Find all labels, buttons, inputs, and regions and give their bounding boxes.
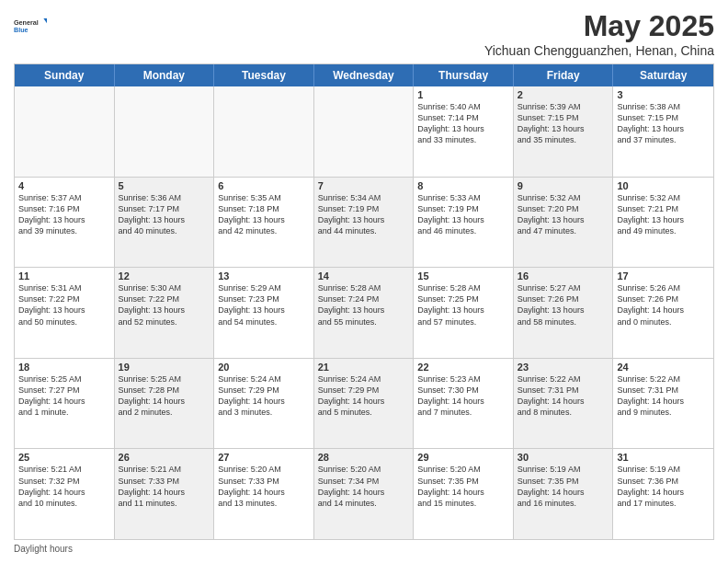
cell-text: Sunrise: 5:21 AM Sunset: 7:33 PM Dayligh…	[119, 464, 210, 509]
day-number: 22	[417, 362, 509, 373]
cell-text: Sunrise: 5:21 AM Sunset: 7:32 PM Dayligh…	[18, 464, 110, 509]
cal-cell: 1Sunrise: 5:40 AM Sunset: 7:14 PM Daylig…	[414, 86, 514, 177]
cal-cell: 31Sunrise: 5:19 AM Sunset: 7:36 PM Dayli…	[613, 449, 713, 539]
day-number: 24	[617, 362, 710, 373]
cal-row: 1Sunrise: 5:40 AM Sunset: 7:14 PM Daylig…	[15, 86, 713, 178]
cell-text: Sunrise: 5:36 AM Sunset: 7:17 PM Dayligh…	[119, 192, 210, 237]
cell-text: Sunrise: 5:35 AM Sunset: 7:18 PM Dayligh…	[218, 192, 310, 237]
cal-header-cell: Thursday	[414, 64, 514, 86]
cal-cell: 8Sunrise: 5:33 AM Sunset: 7:19 PM Daylig…	[414, 178, 514, 268]
cal-cell	[214, 86, 314, 177]
day-number: 25	[18, 452, 110, 463]
cell-text: Sunrise: 5:20 AM Sunset: 7:35 PM Dayligh…	[417, 464, 509, 509]
cell-text: Sunrise: 5:32 AM Sunset: 7:21 PM Dayligh…	[617, 192, 710, 237]
logo: General Blue	[14, 9, 47, 42]
cal-cell: 10Sunrise: 5:32 AM Sunset: 7:21 PM Dayli…	[613, 178, 713, 268]
cal-cell: 20Sunrise: 5:24 AM Sunset: 7:29 PM Dayli…	[214, 359, 314, 449]
footer: Daylight hours	[14, 544, 714, 554]
cell-text: Sunrise: 5:39 AM Sunset: 7:15 PM Dayligh…	[518, 101, 609, 146]
cell-text: Sunrise: 5:24 AM Sunset: 7:29 PM Dayligh…	[218, 373, 310, 419]
day-number: 27	[218, 452, 310, 463]
calendar-body: 1Sunrise: 5:40 AM Sunset: 7:14 PM Daylig…	[15, 86, 713, 539]
cal-cell: 5Sunrise: 5:36 AM Sunset: 7:17 PM Daylig…	[115, 178, 215, 268]
day-number: 6	[218, 180, 310, 191]
cal-cell: 14Sunrise: 5:28 AM Sunset: 7:24 PM Dayli…	[314, 268, 415, 358]
day-number: 19	[119, 362, 210, 373]
cal-cell: 21Sunrise: 5:24 AM Sunset: 7:29 PM Dayli…	[314, 359, 415, 449]
cal-cell: 30Sunrise: 5:19 AM Sunset: 7:35 PM Dayli…	[514, 449, 614, 539]
cell-text: Sunrise: 5:40 AM Sunset: 7:14 PM Dayligh…	[417, 101, 509, 146]
cal-header-cell: Saturday	[613, 64, 713, 86]
day-number: 4	[18, 180, 110, 191]
day-number: 11	[18, 270, 110, 282]
cell-text: Sunrise: 5:26 AM Sunset: 7:26 PM Dayligh…	[617, 282, 710, 327]
logo-svg: General Blue	[14, 9, 47, 42]
day-number: 16	[518, 270, 609, 282]
cal-cell: 3Sunrise: 5:38 AM Sunset: 7:15 PM Daylig…	[613, 86, 713, 177]
cell-text: Sunrise: 5:30 AM Sunset: 7:22 PM Dayligh…	[119, 282, 210, 327]
day-number: 21	[318, 362, 410, 373]
cal-row: 18Sunrise: 5:25 AM Sunset: 7:27 PM Dayli…	[15, 359, 713, 450]
cal-cell: 25Sunrise: 5:21 AM Sunset: 7:32 PM Dayli…	[15, 449, 115, 539]
cal-cell: 28Sunrise: 5:20 AM Sunset: 7:34 PM Dayli…	[314, 449, 415, 539]
cal-header-cell: Monday	[115, 64, 215, 86]
cal-cell: 18Sunrise: 5:25 AM Sunset: 7:27 PM Dayli…	[15, 359, 115, 449]
day-number: 15	[417, 270, 509, 282]
cal-cell: 7Sunrise: 5:34 AM Sunset: 7:19 PM Daylig…	[314, 178, 415, 268]
cal-cell: 2Sunrise: 5:39 AM Sunset: 7:15 PM Daylig…	[514, 86, 614, 177]
svg-marker-2	[43, 18, 47, 23]
cal-header-cell: Tuesday	[214, 64, 314, 86]
cal-cell: 24Sunrise: 5:22 AM Sunset: 7:31 PM Dayli…	[613, 359, 713, 449]
cal-cell: 19Sunrise: 5:25 AM Sunset: 7:28 PM Dayli…	[115, 359, 215, 449]
cal-cell: 23Sunrise: 5:22 AM Sunset: 7:31 PM Dayli…	[514, 359, 614, 449]
subtitle: Yichuan Chengguanzhen, Henan, China	[484, 43, 714, 58]
day-number: 13	[218, 270, 310, 282]
cal-cell: 26Sunrise: 5:21 AM Sunset: 7:33 PM Dayli…	[115, 449, 215, 539]
cell-text: Sunrise: 5:20 AM Sunset: 7:33 PM Dayligh…	[218, 464, 310, 509]
cal-header-cell: Friday	[514, 64, 614, 86]
cal-row: 4Sunrise: 5:37 AM Sunset: 7:16 PM Daylig…	[15, 178, 713, 269]
cell-text: Sunrise: 5:32 AM Sunset: 7:20 PM Dayligh…	[518, 192, 609, 237]
cal-cell: 17Sunrise: 5:26 AM Sunset: 7:26 PM Dayli…	[613, 268, 713, 358]
cal-cell: 27Sunrise: 5:20 AM Sunset: 7:33 PM Dayli…	[214, 449, 314, 539]
cell-text: Sunrise: 5:20 AM Sunset: 7:34 PM Dayligh…	[318, 464, 410, 509]
svg-text:Blue: Blue	[14, 26, 28, 34]
cal-header-cell: Wednesday	[314, 64, 415, 86]
cell-text: Sunrise: 5:23 AM Sunset: 7:30 PM Dayligh…	[417, 373, 509, 419]
day-number: 29	[417, 452, 509, 463]
cal-cell: 6Sunrise: 5:35 AM Sunset: 7:18 PM Daylig…	[214, 178, 314, 268]
day-number: 31	[617, 452, 710, 463]
calendar-header-row: SundayMondayTuesdayWednesdayThursdayFrid…	[15, 64, 713, 86]
day-number: 18	[18, 362, 110, 373]
day-number: 5	[119, 180, 210, 191]
cal-cell: 16Sunrise: 5:27 AM Sunset: 7:26 PM Dayli…	[514, 268, 614, 358]
cell-text: Sunrise: 5:22 AM Sunset: 7:31 PM Dayligh…	[617, 373, 710, 419]
cell-text: Sunrise: 5:19 AM Sunset: 7:35 PM Dayligh…	[518, 464, 609, 509]
cell-text: Sunrise: 5:29 AM Sunset: 7:23 PM Dayligh…	[218, 282, 310, 327]
cell-text: Sunrise: 5:34 AM Sunset: 7:19 PM Dayligh…	[318, 192, 410, 237]
cal-header-cell: Sunday	[15, 64, 115, 86]
day-number: 7	[318, 180, 410, 191]
day-number: 10	[617, 180, 710, 191]
cell-text: Sunrise: 5:25 AM Sunset: 7:27 PM Dayligh…	[18, 373, 110, 419]
page: General Blue May 2025 Yichuan Chengguanz…	[0, 0, 728, 563]
cal-cell	[15, 86, 115, 177]
cal-cell: 15Sunrise: 5:28 AM Sunset: 7:25 PM Dayli…	[414, 268, 514, 358]
cell-text: Sunrise: 5:27 AM Sunset: 7:26 PM Dayligh…	[518, 282, 609, 327]
title-block: May 2025 Yichuan Chengguanzhen, Henan, C…	[484, 9, 714, 58]
day-number: 20	[218, 362, 310, 373]
cell-text: Sunrise: 5:31 AM Sunset: 7:22 PM Dayligh…	[18, 282, 110, 327]
day-number: 26	[119, 452, 210, 463]
day-number: 2	[518, 89, 609, 100]
day-number: 1	[417, 89, 509, 100]
main-title: May 2025	[484, 9, 714, 43]
calendar: SundayMondayTuesdayWednesdayThursdayFrid…	[14, 63, 714, 540]
cal-cell: 9Sunrise: 5:32 AM Sunset: 7:20 PM Daylig…	[514, 178, 614, 268]
footer-text: Daylight hours	[14, 544, 73, 554]
cal-cell: 22Sunrise: 5:23 AM Sunset: 7:30 PM Dayli…	[414, 359, 514, 449]
cell-text: Sunrise: 5:37 AM Sunset: 7:16 PM Dayligh…	[18, 192, 110, 237]
cal-row: 11Sunrise: 5:31 AM Sunset: 7:22 PM Dayli…	[15, 268, 713, 359]
day-number: 14	[318, 270, 410, 282]
day-number: 17	[617, 270, 710, 282]
cal-cell: 12Sunrise: 5:30 AM Sunset: 7:22 PM Dayli…	[115, 268, 215, 358]
